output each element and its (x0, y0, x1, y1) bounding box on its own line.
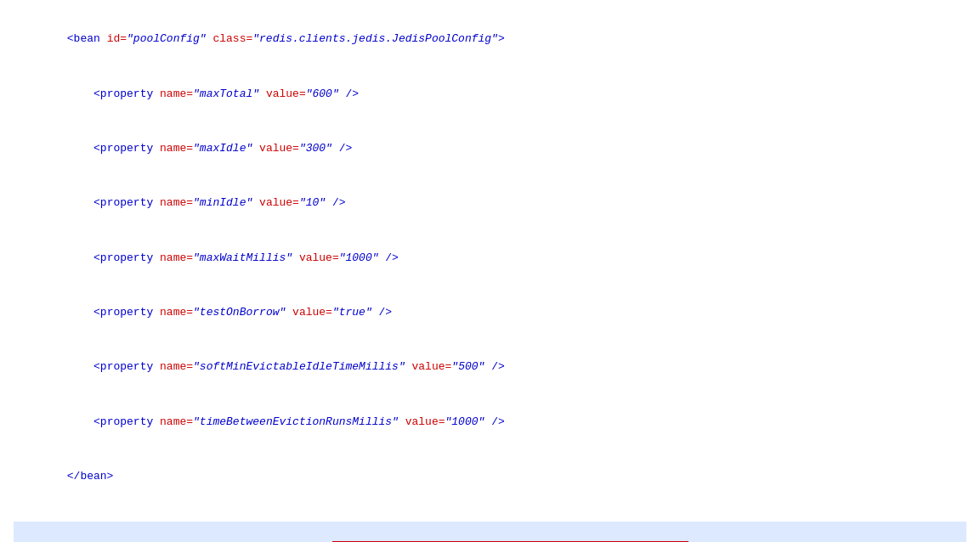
code-editor: <bean id="poolConfig" class="redis.clien… (14, 8, 966, 542)
code-line: <property name="maxWaitMillis" value="10… (14, 230, 966, 285)
code-line: <property name="timeBetweenEvictionRunsM… (14, 394, 966, 449)
code-line-empty (14, 504, 966, 522)
jedis-connection-factory-line: <bean id="jedisConnectionFactory" class=… (14, 522, 966, 542)
code-line: <bean id="poolConfig" class="redis.clien… (14, 12, 966, 66)
code-line: <property name="testOnBorrow" value="tru… (14, 285, 966, 340)
code-content: <bean id="poolConfig" class="redis.clien… (14, 12, 966, 542)
code-line: <property name="softMinEvictableIdleTime… (14, 340, 966, 394)
code-line: <property name="maxIdle" value="300" /> (14, 121, 966, 176)
code-line: <property name="maxTotal" value="600" /> (14, 66, 966, 121)
code-line: <property name="minIdle" value="10" /> (14, 176, 966, 230)
code-line: </bean> (14, 449, 966, 504)
